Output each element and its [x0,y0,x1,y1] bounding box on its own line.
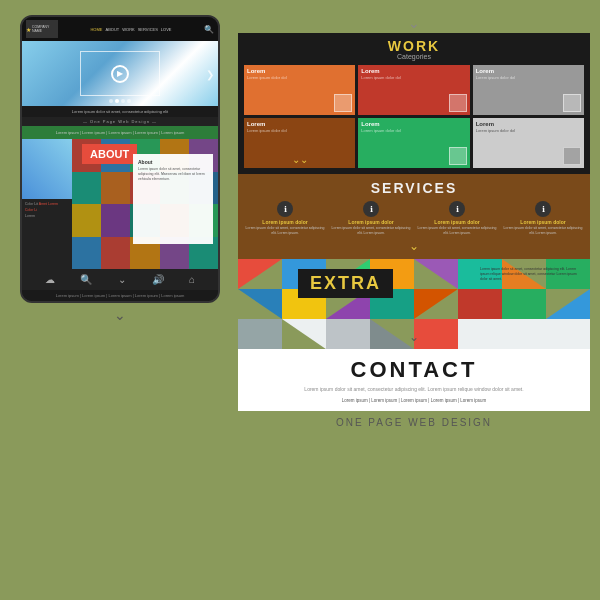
em14 [458,289,502,319]
nav-home[interactable]: HOME [90,27,102,32]
nav-love[interactable]: LOVE [161,27,172,32]
play-button[interactable]: ▶ [111,65,129,83]
device-header: ★ COMPANY NAME HOME ABOUT WORK SERVICES … [22,17,218,41]
left-panel: ★ COMPANY NAME HOME ABOUT WORK SERVICES … [10,15,230,323]
work-cell-4-icon: ⌄⌄ [292,154,308,165]
about-box-text: Lorem ipsum dolor sit amet, consectetur … [138,167,208,182]
dot-2[interactable] [115,99,119,103]
about-left-col: Color Lit Amet Lorem Color Li Lorem [22,139,72,269]
mc12 [101,204,130,237]
search-icon[interactable]: 🔍 [204,25,214,34]
hero-dots [109,99,131,103]
service-name-3: Lorem ipsum dolor [434,219,479,225]
work-cell-2-thumb [449,94,467,112]
em18 [282,319,326,349]
extra-text: Lorem ipsum dolor sit amet, consectetur … [480,267,580,282]
work-cell-3-text: Lorem ipsum dolor dol [476,75,581,80]
mc11 [72,204,101,237]
service-name-4: Lorem ipsum dolor [520,219,565,225]
home-bottom-icon[interactable]: ⌂ [189,274,195,285]
logo-box: ★ COMPANY NAME [26,20,58,38]
work-cell-2[interactable]: Lorem Lorem ipsum dolor dol [358,65,469,115]
extra-title: EXTRA [310,273,381,294]
nav-services[interactable]: SERVICES [138,27,158,32]
service-desc-3: Lorem ipsum dolor sit amet, consectetur … [416,226,498,235]
work-cell-3-title: Lorem [476,68,581,74]
work-cell-6-text: Lorem ipsum dolor dol [476,128,581,133]
contact-subtitle: Lorem ipsum dolor sit amet, consectetur … [246,386,582,392]
contact-links: Lorem ipsum | Lorem ipsum | Lorem ipsum … [246,398,582,403]
about-left-image [22,139,72,199]
mc7 [101,172,130,205]
logo-text: COMPANY NAME [32,25,58,33]
list-item-3: Lorem [25,214,69,218]
contact-title: CONTACT [246,357,582,383]
service-icon-2: ℹ [363,201,379,217]
dot-3[interactable] [121,99,125,103]
top-chevron: ⌄ [238,15,590,31]
work-cell-1-title: Lorem [247,68,352,74]
services-section: SERVICES ℹ Lorem ipsum dolor Lorem ipsum… [238,174,590,259]
bottom-label: ONE PAGE WEB DESIGN [238,417,590,428]
work-grid: Lorem Lorem ipsum dolor dol Lorem Lorem … [244,65,584,168]
work-section: WORK Categories Lorem Lorem ipsum dolor … [238,33,590,174]
em15 [502,289,546,319]
work-cell-4-title: Lorem [247,121,352,127]
work-cell-6[interactable]: Lorem Lorem ipsum dolor dol [473,118,584,168]
hero-next-arrow[interactable]: ❯ [206,68,214,79]
work-title: WORK [244,39,584,53]
work-cell-2-text: Lorem ipsum dolor dol [361,75,466,80]
dot-1[interactable] [109,99,113,103]
right-panel: ⌄ WORK Categories Lorem Lorem ipsum dolo… [238,15,590,428]
work-cell-3-thumb [563,94,581,112]
about-title: ABOUT [82,144,137,164]
links-bar-top: Lorem ipsum | Lorem ipsum | Lorem ipsum … [22,126,218,139]
extra-section: EXTRA Lorem ipsum dolor sit amet, consec… [238,259,590,349]
work-cell-1[interactable]: Lorem Lorem ipsum dolor dol [244,65,355,115]
mc6 [72,172,101,205]
work-subtitle: Categories [244,53,584,60]
hero-caption: Lorem ipsum dolor sit amet, consectetur … [22,106,218,117]
em23 [502,319,546,349]
service-item-2: ℹ Lorem ipsum dolor Lorem ipsum dolor si… [330,201,412,235]
logo-star: ★ [26,26,31,33]
work-cell-5-title: Lorem [361,121,466,127]
chevron-bottom-icon[interactable]: ⌄ [118,274,126,285]
dot-4[interactable] [127,99,131,103]
volume-icon[interactable]: 🔊 [152,274,164,285]
cloud-icon[interactable]: ☁ [45,274,55,285]
work-cell-3[interactable]: Lorem Lorem ipsum dolor dol [473,65,584,115]
em22 [458,319,502,349]
service-desc-4: Lorem ipsum dolor sit amet, consectetur … [502,226,584,235]
work-cell-2-title: Lorem [361,68,466,74]
work-cell-6-title: Lorem [476,121,581,127]
em1 [238,259,282,289]
about-section: Color Lit Amet Lorem Color Li Lorem [22,139,218,269]
service-icon-1: ℹ [277,201,293,217]
services-grid: ℹ Lorem ipsum dolor Lorem ipsum dolor si… [244,201,584,235]
one-page-label: — One Page Web Design — [22,117,218,126]
links-bar-bottom: Lorem ipsum | Lorem ipsum | Lorem ipsum … [22,290,218,301]
about-content-box: About Lorem ipsum dolor sit amet, consec… [133,154,213,244]
work-cell-1-thumb [334,94,352,112]
work-cell-5[interactable]: Lorem Lorem ipsum dolor dol [358,118,469,168]
search-bottom-icon[interactable]: 🔍 [80,274,92,285]
mc16 [72,237,101,270]
work-cell-5-thumb [449,147,467,165]
about-box-title: About [138,159,208,165]
em16 [546,289,590,319]
extra-chevron: ⌄ [409,330,419,344]
em19 [326,319,370,349]
service-icon-4: ℹ [535,201,551,217]
service-desc-2: Lorem ipsum dolor sit amet, consectetur … [330,226,412,235]
main-container: ★ COMPANY NAME HOME ABOUT WORK SERVICES … [10,15,590,585]
services-chevron: ⌄ [244,239,584,253]
em5 [414,259,458,289]
em24 [546,319,590,349]
nav-about[interactable]: ABOUT [105,27,119,32]
about-main-col: ABOUT About Lorem ipsum dolor sit amet, … [72,139,218,269]
work-cell-4[interactable]: Lorem Lorem ipsum dolor dol ⌄⌄ [244,118,355,168]
hero-section: ▶ ❯ [22,41,218,106]
em17 [238,319,282,349]
nav-work[interactable]: WORK [122,27,134,32]
